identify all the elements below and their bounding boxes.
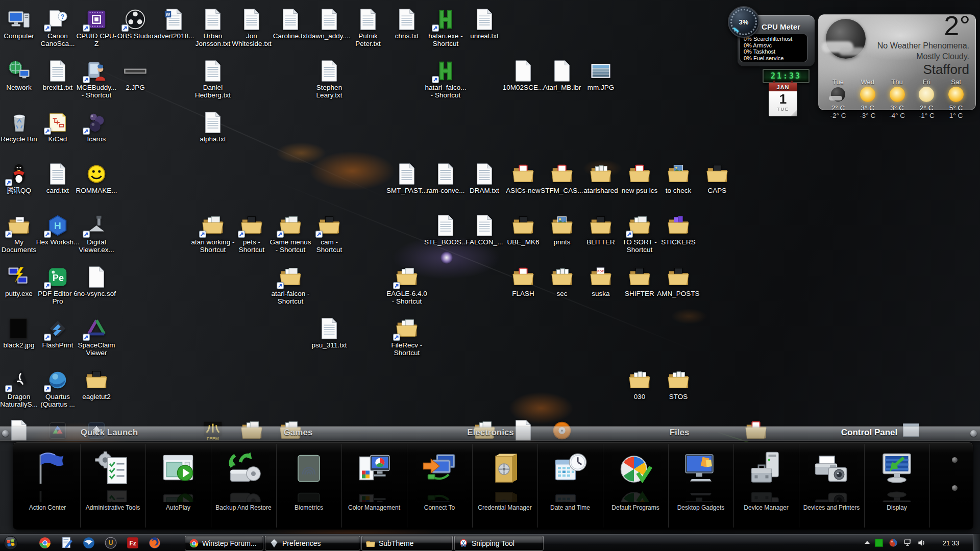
quick-launch-firefox-icon[interactable] <box>148 536 161 549</box>
desktop-icon-digital-viewer-ex[interactable]: Digital Viewer.ex... <box>75 213 118 254</box>
tray-network-icon[interactable] <box>902 538 913 548</box>
desktop-icon-blitter[interactable]: BLITTER <box>579 213 623 246</box>
desktop-icon-hex-worksh[interactable]: HHex Worksh... <box>36 213 80 246</box>
dock-scroll-dot[interactable] <box>952 485 958 491</box>
desktop-icon-urban-jonsson-txt[interactable]: Urban Jonsson.txt <box>191 7 235 47</box>
desktop-icon-filerecv-shortcut[interactable]: FileRecv - Shortcut <box>385 316 429 357</box>
cpu-meter-gadget[interactable]: CPU Meter 0% Searchfilterhost0% Armsvc0%… <box>725 6 815 66</box>
desktop-icon-kicad[interactable]: KiCad <box>36 110 80 143</box>
shelf-tab-quick-launch[interactable]: Quick Launch <box>81 428 138 438</box>
shelf-tab-games[interactable]: Games <box>284 428 313 438</box>
desktop-icon-eagle-6-4-0-shortcut[interactable]: EAGLE-6.4.0 - Shortcut <box>385 265 429 305</box>
dock-item-administrative-tools[interactable]: Administrative Tools <box>80 444 146 528</box>
desktop-icon-smt-past[interactable]: SMT_PAST... <box>385 162 429 194</box>
desktop-icon-dram-txt[interactable]: DRAM.txt <box>462 162 506 194</box>
quick-launch-filezilla-icon[interactable]: Fz <box>126 536 139 549</box>
calendar-gadget[interactable]: JAN 1 TUE <box>769 83 797 116</box>
desktop-icon-caps[interactable]: CAPS <box>695 162 739 194</box>
dock-item-biometrics[interactable]: Biometrics <box>276 444 342 528</box>
show-desktop-button[interactable] <box>973 534 980 551</box>
desktop-icon-10m02sce[interactable]: 10M02SCE... <box>501 59 545 91</box>
desktop-icon-qq[interactable]: 腾讯QQ <box>0 162 41 194</box>
taskbar-button-snipping-tool[interactable]: Snipping Tool <box>454 536 544 550</box>
quick-launch-editor-icon[interactable] <box>60 536 74 549</box>
desktop-icon-asics-new[interactable]: ASICs-new <box>501 162 545 194</box>
start-button[interactable] <box>3 535 18 550</box>
desktop-icon-atari-falcon-shortcut[interactable]: atari-falcon - Shortcut <box>268 265 312 305</box>
desktop-icon-suska[interactable]: PDFsuska <box>579 265 623 297</box>
desktop-icon-jon-whiteside-txt[interactable]: Jon Whiteside.txt <box>230 7 274 47</box>
desktop-icon-icaros[interactable]: Icaros <box>75 110 118 143</box>
dock-item-autoplay[interactable]: AutoPlay <box>145 444 211 528</box>
desktop-icon-putty-exe[interactable]: putty.exe <box>0 265 41 297</box>
desktop-icon-ube-mk6[interactable]: UBE_MK6 <box>501 213 545 246</box>
desktop-icon-brexit1-txt[interactable]: brexit1.txt <box>36 59 80 91</box>
desktop-icon-quartus-quartus[interactable]: Quartus (Quartus ... <box>36 368 80 408</box>
dock-item-action-center[interactable]: Action Center <box>15 444 81 528</box>
desktop-icon-putnik-peter-txt[interactable]: Putnik Peter.txt <box>346 7 390 47</box>
shelf-tab-files[interactable]: Files <box>670 428 690 438</box>
desktop-icon-prints[interactable]: prints <box>540 213 584 246</box>
dock-item-credential-manager[interactable]: Credential Manager <box>472 444 538 528</box>
desktop-icon-sec[interactable]: sec <box>540 265 584 297</box>
desktop-icon-to-sort-shortcut[interactable]: TO SORT - Shortcut <box>618 213 662 254</box>
taskbar-button-winstep-forum[interactable]: Winstep Forum... <box>185 536 263 550</box>
dock-scroll-dot[interactable] <box>952 457 958 463</box>
tray-ccleaner-icon[interactable] <box>888 538 898 548</box>
desktop-icon-flashprint[interactable]: FlashPrint <box>36 316 80 349</box>
desktop-icon-atarishared[interactable]: atarishared <box>579 162 623 194</box>
weather-gadget[interactable]: 2° No Weather Phenomena. Mostly Cloudy. … <box>818 14 976 110</box>
desktop-icon-to-check[interactable]: to check <box>656 162 700 194</box>
desktop-icon-stickers[interactable]: STICKERS <box>656 213 700 246</box>
desktop-icon-network[interactable]: Network <box>0 59 41 91</box>
taskbar-clock[interactable]: 21 33 <box>935 534 967 551</box>
dock-item-devices-and-printers[interactable]: Devices and Printers <box>799 444 865 528</box>
desktop-icon-shifter[interactable]: SHIFTER <box>618 265 662 297</box>
desktop-icon-hatari-exe-shortcut[interactable]: hatari.exe - Shortcut <box>424 7 468 47</box>
desktop-icon-game-menus-shortcut[interactable]: Game menus - Shortcut <box>268 213 312 254</box>
desktop-icon-alpha-txt[interactable]: alpha.txt <box>191 110 235 143</box>
desktop-icon-mcebuddy-shortcut[interactable]: MCEBuddy... - Shortcut <box>75 59 118 99</box>
desktop-icon-computer[interactable]: Computer <box>0 7 41 40</box>
dock-item-color-management[interactable]: Color Management <box>341 444 407 528</box>
tray-volume-icon[interactable] <box>917 538 927 548</box>
desktop-icon-psu-311-txt[interactable]: psu_311.txt <box>307 316 351 349</box>
desktop-icon-recycle-bin[interactable]: Recycle Bin <box>0 110 41 143</box>
shelf-bar-handle-right[interactable] <box>970 430 977 437</box>
dock-item-default-programs[interactable]: Default Programs <box>603 444 669 528</box>
dock-item-backup-and-restore[interactable]: Backup And Restore <box>211 444 277 528</box>
desktop-icon-obs-studio[interactable]: OBS Studio <box>113 7 157 40</box>
desktop-icon-cpuid-cpu-z[interactable]: CPUID CPU-Z <box>75 7 118 47</box>
desktop-icon-ram-conve[interactable]: ram-conve... <box>424 162 468 194</box>
desktop-icon-atari-working-shortcut[interactable]: atari working - Shortcut <box>191 213 235 254</box>
desktop-icon-falcon[interactable]: FALCON_... <box>462 213 506 246</box>
desktop-icon-rommake[interactable]: ROMMAKE... <box>75 162 118 194</box>
desktop-icon-2-jpg[interactable]: 2.JPG <box>113 59 157 91</box>
desktop-icon-030[interactable]: 030 <box>618 368 662 400</box>
quick-launch-thunderbird-icon[interactable] <box>82 536 95 549</box>
desktop-icon-pdf-editor-6-pro[interactable]: PePDF Editor 6 Pro <box>36 265 80 305</box>
desktop-icon-dawn-addy[interactable]: dawn_addy.... <box>307 7 351 40</box>
desktop-icon-caroline-txt[interactable]: Caroline.txt <box>268 7 312 40</box>
desktop-icon-hatari-falco-shortcut[interactable]: hatari_falco... - Shortcut <box>424 59 468 99</box>
quick-launch-unreal-icon[interactable]: U <box>104 536 117 549</box>
desktop-icon-stos[interactable]: STOS <box>656 368 700 400</box>
desktop-icon-stfm-cas[interactable]: STFM_CAS... <box>540 162 584 194</box>
dock-item-connect-to[interactable]: Connect To <box>407 444 473 528</box>
lcd-clock-gadget[interactable]: 21:33 <box>763 69 810 83</box>
dock-item-date-and-time[interactable]: Date and Time <box>537 444 603 528</box>
quick-launch-chrome-icon[interactable] <box>38 536 52 549</box>
dock-item-device-manager[interactable]: Device Manager <box>733 444 799 528</box>
desktop-icon-new-psu-ics[interactable]: new psu ics <box>618 162 662 194</box>
desktop-icon-unreal-txt[interactable]: unreal.txt <box>462 7 506 40</box>
dock-item-display[interactable]: Display <box>864 444 930 528</box>
desktop-icon-flash[interactable]: FLASH <box>501 265 545 297</box>
desktop-icon-eagletut2[interactable]: eagletut2 <box>75 368 118 400</box>
desktop-icon-amn-posts[interactable]: AMN_POSTS <box>656 265 700 297</box>
taskbar-button-preferences[interactable]: Preferences <box>265 536 360 550</box>
desktop-icon-black2-jpg[interactable]: black2.jpg <box>0 316 41 349</box>
desktop-icon-advert2018[interactable]: Wadvert2018... <box>152 7 196 40</box>
shelf-bar-handle-left[interactable] <box>2 430 9 437</box>
desktop-icon-atari-mb-lbr[interactable]: Atari_MB.lbr <box>540 59 584 91</box>
desktop-icon-spaceclaim-viewer[interactable]: SpaceClaim Viewer <box>75 316 118 357</box>
